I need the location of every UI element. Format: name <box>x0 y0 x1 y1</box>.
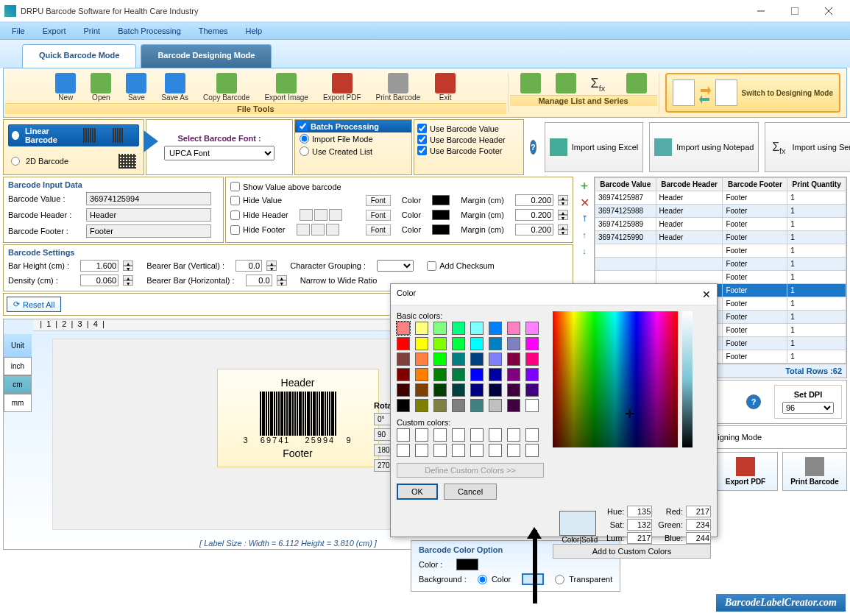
use-header[interactable] <box>417 135 427 144</box>
add-row[interactable]: + <box>578 180 591 193</box>
basic-swatch[interactable] <box>507 399 520 412</box>
printbarcode-button[interactable]: Print Barcode <box>369 71 428 103</box>
sat-input[interactable] <box>627 519 652 531</box>
basic-swatch[interactable] <box>415 383 428 397</box>
basic-swatch[interactable] <box>415 368 428 381</box>
density-input[interactable] <box>80 275 118 286</box>
basic-swatch[interactable] <box>489 322 502 335</box>
far[interactable] <box>326 224 339 236</box>
save-button[interactable]: Save <box>118 71 154 103</box>
basic-swatch[interactable] <box>507 383 520 397</box>
hide-footer[interactable] <box>230 225 240 235</box>
basic-swatch[interactable] <box>489 383 502 397</box>
basic-swatch[interactable] <box>470 337 484 350</box>
menu-print[interactable]: Print <box>75 24 110 38</box>
import-series-button[interactable]: ΣfxImport using Series <box>765 122 850 172</box>
fal[interactable] <box>297 224 310 236</box>
blue-input[interactable] <box>686 532 711 544</box>
table-row[interactable]: 36974125989HeaderFooter1 <box>595 218 846 231</box>
2d-option[interactable]: 2D Barcode <box>8 152 139 170</box>
menu-export[interactable]: Export <box>34 24 75 38</box>
barcode-header-input[interactable] <box>86 208 211 222</box>
menu-file[interactable]: File <box>3 24 34 38</box>
basic-swatch[interactable] <box>470 368 484 381</box>
maximize-button[interactable] <box>778 1 812 21</box>
basic-swatch[interactable] <box>489 399 502 412</box>
copybarcode-button[interactable]: Copy Barcode <box>196 71 257 103</box>
basic-swatch[interactable] <box>415 353 428 366</box>
saveas-button[interactable]: Save As <box>154 71 196 103</box>
use-footer[interactable] <box>417 146 427 155</box>
move-down[interactable]: ↓ <box>578 244 591 258</box>
export-pdf-button[interactable]: Export PDF <box>713 452 778 491</box>
table-row[interactable]: 36974125987HeaderFooter1 <box>595 191 846 205</box>
unit-inch[interactable]: inch <box>4 357 32 375</box>
basic-swatch[interactable] <box>470 383 484 397</box>
basic-swatch[interactable] <box>452 353 465 366</box>
basic-swatch[interactable] <box>452 399 465 412</box>
barcode-color[interactable] <box>456 559 478 570</box>
delete-row[interactable]: ✕ <box>578 196 591 209</box>
basic-swatch[interactable] <box>489 368 502 381</box>
table-row[interactable]: 36974125990HeaderFooter1 <box>595 231 846 244</box>
basic-swatch[interactable] <box>507 322 520 335</box>
unit-cm[interactable]: cm <box>4 375 32 394</box>
import-notepad-button[interactable]: Import using Notepad <box>649 122 759 172</box>
chargroup-select[interactable] <box>377 260 414 272</box>
linear-option[interactable]: Linear Barcode <box>8 124 139 146</box>
basic-swatch[interactable] <box>507 368 520 381</box>
barcode-value-input[interactable] <box>86 192 211 205</box>
basic-swatch[interactable] <box>415 337 428 350</box>
basic-swatch[interactable] <box>525 399 539 412</box>
exportpdf-button[interactable]: Export PDF <box>316 71 369 103</box>
hide-value[interactable] <box>230 196 240 205</box>
basic-swatch[interactable] <box>507 353 520 366</box>
managelist-btn4[interactable] <box>619 71 654 95</box>
barheight-input[interactable] <box>80 260 118 272</box>
footer-margin[interactable] <box>515 224 553 236</box>
bg-transparent-radio[interactable] <box>555 575 564 584</box>
color-cancel-button[interactable]: Cancel <box>444 484 497 500</box>
import-excel-button[interactable]: Import using Excel <box>545 122 643 172</box>
move-top[interactable]: ⤒ <box>578 212 591 225</box>
header-margin[interactable] <box>515 209 553 221</box>
table-row[interactable]: Footer1 <box>595 244 846 258</box>
basic-swatch[interactable] <box>433 368 447 381</box>
exportimg-button[interactable]: Export Image <box>257 71 315 103</box>
font-value-button[interactable]: Font <box>366 195 391 206</box>
dialog-close[interactable]: ✕ <box>702 288 711 300</box>
help-button[interactable]: ? <box>530 140 536 155</box>
basic-swatch[interactable] <box>452 383 465 397</box>
font-header-button[interactable]: Font <box>366 210 391 221</box>
unit-mm[interactable]: mm <box>4 394 32 412</box>
basic-swatch[interactable] <box>470 353 484 366</box>
add-to-custom-button[interactable]: Add to Custom Colors <box>553 544 711 559</box>
basic-swatch[interactable] <box>525 353 539 366</box>
lum-input[interactable] <box>627 532 652 544</box>
barcode-footer-input[interactable] <box>86 224 211 238</box>
basic-swatch[interactable] <box>397 337 410 350</box>
basic-swatch[interactable] <box>397 399 410 412</box>
basic-swatch[interactable] <box>525 383 539 397</box>
menu-batch[interactable]: Batch Processing <box>109 24 190 38</box>
new-button[interactable]: New <box>48 71 83 103</box>
green-input[interactable] <box>686 519 711 531</box>
table-row[interactable]: Footer1 <box>595 271 846 284</box>
dpi-help[interactable]: ? <box>746 394 761 409</box>
basic-swatch[interactable] <box>433 353 447 366</box>
color-gradient[interactable]: ✛ <box>553 311 678 447</box>
managelist-btn1[interactable] <box>513 71 548 95</box>
exit-button[interactable]: Exit <box>428 71 463 103</box>
basic-swatch[interactable] <box>470 399 484 412</box>
open-button[interactable]: Open <box>83 71 118 103</box>
close-button[interactable] <box>812 1 846 21</box>
color-ok-button[interactable]: OK <box>397 484 438 500</box>
managelist-btn3[interactable]: Σfx <box>584 71 619 95</box>
define-custom-colors[interactable]: Define Custom Colors >> <box>397 463 544 478</box>
luminance-slider[interactable] <box>682 311 693 447</box>
batch-enable[interactable] <box>298 121 308 131</box>
basic-swatch[interactable] <box>397 322 410 335</box>
basic-swatch[interactable] <box>525 337 539 350</box>
tab-quick[interactable]: Quick Barcode Mode <box>22 44 136 68</box>
basic-swatch[interactable] <box>397 383 410 397</box>
